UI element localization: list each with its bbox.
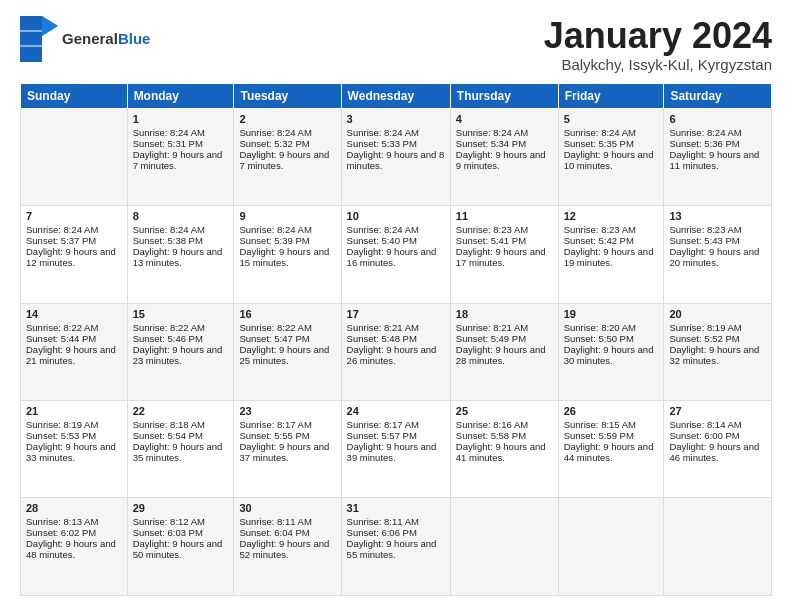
calendar-cell: 14Sunrise: 8:22 AMSunset: 5:44 PMDayligh… bbox=[21, 303, 128, 400]
calendar-cell: 5Sunrise: 8:24 AMSunset: 5:35 PMDaylight… bbox=[558, 108, 664, 205]
sunrise-text: Sunrise: 8:15 AM bbox=[564, 419, 659, 430]
day-number: 18 bbox=[456, 308, 553, 320]
day-number: 22 bbox=[133, 405, 229, 417]
sunrise-text: Sunrise: 8:24 AM bbox=[26, 224, 122, 235]
sunrise-text: Sunrise: 8:16 AM bbox=[456, 419, 553, 430]
day-number: 4 bbox=[456, 113, 553, 125]
calendar-cell: 23Sunrise: 8:17 AMSunset: 5:55 PMDayligh… bbox=[234, 401, 341, 498]
sunrise-text: Sunrise: 8:19 AM bbox=[26, 419, 122, 430]
sunset-text: Sunset: 5:57 PM bbox=[347, 430, 445, 441]
sunset-text: Sunset: 5:37 PM bbox=[26, 235, 122, 246]
sunrise-text: Sunrise: 8:21 AM bbox=[347, 322, 445, 333]
day-number: 9 bbox=[239, 210, 335, 222]
sunrise-text: Sunrise: 8:24 AM bbox=[564, 127, 659, 138]
day-header-tuesday: Tuesday bbox=[234, 83, 341, 108]
sunset-text: Sunset: 6:03 PM bbox=[133, 527, 229, 538]
calendar-cell: 26Sunrise: 8:15 AMSunset: 5:59 PMDayligh… bbox=[558, 401, 664, 498]
sunrise-text: Sunrise: 8:24 AM bbox=[239, 224, 335, 235]
sunset-text: Sunset: 5:31 PM bbox=[133, 138, 229, 149]
sunset-text: Sunset: 5:32 PM bbox=[239, 138, 335, 149]
sunset-text: Sunset: 5:46 PM bbox=[133, 333, 229, 344]
day-number: 5 bbox=[564, 113, 659, 125]
daylight-text: Daylight: 9 hours and 15 minutes. bbox=[239, 246, 335, 268]
sunrise-text: Sunrise: 8:24 AM bbox=[347, 224, 445, 235]
day-number: 10 bbox=[347, 210, 445, 222]
day-number: 20 bbox=[669, 308, 766, 320]
calendar-cell bbox=[558, 498, 664, 596]
calendar-cell: 12Sunrise: 8:23 AMSunset: 5:42 PMDayligh… bbox=[558, 206, 664, 303]
day-header-saturday: Saturday bbox=[664, 83, 772, 108]
logo-text-block: GeneralBlue bbox=[62, 30, 150, 48]
sunrise-text: Sunrise: 8:17 AM bbox=[239, 419, 335, 430]
sunset-text: Sunset: 5:36 PM bbox=[669, 138, 766, 149]
sunset-text: Sunset: 6:04 PM bbox=[239, 527, 335, 538]
logo-blue: Blue bbox=[118, 30, 151, 47]
logo-icon bbox=[20, 16, 58, 62]
calendar-cell: 27Sunrise: 8:14 AMSunset: 6:00 PMDayligh… bbox=[664, 401, 772, 498]
sunset-text: Sunset: 5:42 PM bbox=[564, 235, 659, 246]
sunset-text: Sunset: 5:54 PM bbox=[133, 430, 229, 441]
calendar-cell: 15Sunrise: 8:22 AMSunset: 5:46 PMDayligh… bbox=[127, 303, 234, 400]
sunrise-text: Sunrise: 8:24 AM bbox=[347, 127, 445, 138]
sunrise-text: Sunrise: 8:24 AM bbox=[456, 127, 553, 138]
sunset-text: Sunset: 5:35 PM bbox=[564, 138, 659, 149]
daylight-text: Daylight: 9 hours and 9 minutes. bbox=[456, 149, 553, 171]
sunset-text: Sunset: 5:50 PM bbox=[564, 333, 659, 344]
sunset-text: Sunset: 6:02 PM bbox=[26, 527, 122, 538]
day-number: 15 bbox=[133, 308, 229, 320]
calendar-cell: 21Sunrise: 8:19 AMSunset: 5:53 PMDayligh… bbox=[21, 401, 128, 498]
calendar-cell: 30Sunrise: 8:11 AMSunset: 6:04 PMDayligh… bbox=[234, 498, 341, 596]
daylight-text: Daylight: 9 hours and 10 minutes. bbox=[564, 149, 659, 171]
sunrise-text: Sunrise: 8:19 AM bbox=[669, 322, 766, 333]
svg-rect-0 bbox=[20, 16, 42, 62]
daylight-text: Daylight: 9 hours and 41 minutes. bbox=[456, 441, 553, 463]
sunset-text: Sunset: 5:49 PM bbox=[456, 333, 553, 344]
calendar-cell: 13Sunrise: 8:23 AMSunset: 5:43 PMDayligh… bbox=[664, 206, 772, 303]
calendar-cell: 18Sunrise: 8:21 AMSunset: 5:49 PMDayligh… bbox=[450, 303, 558, 400]
calendar-cell: 7Sunrise: 8:24 AMSunset: 5:37 PMDaylight… bbox=[21, 206, 128, 303]
sunset-text: Sunset: 5:47 PM bbox=[239, 333, 335, 344]
sunset-text: Sunset: 5:59 PM bbox=[564, 430, 659, 441]
day-number: 30 bbox=[239, 502, 335, 514]
day-number: 23 bbox=[239, 405, 335, 417]
sunrise-text: Sunrise: 8:22 AM bbox=[239, 322, 335, 333]
day-number: 1 bbox=[133, 113, 229, 125]
sunrise-text: Sunrise: 8:23 AM bbox=[564, 224, 659, 235]
day-number: 8 bbox=[133, 210, 229, 222]
day-header-monday: Monday bbox=[127, 83, 234, 108]
daylight-text: Daylight: 9 hours and 11 minutes. bbox=[669, 149, 766, 171]
calendar-cell: 3Sunrise: 8:24 AMSunset: 5:33 PMDaylight… bbox=[341, 108, 450, 205]
logo-general: General bbox=[62, 30, 118, 47]
daylight-text: Daylight: 9 hours and 13 minutes. bbox=[133, 246, 229, 268]
daylight-text: Daylight: 9 hours and 33 minutes. bbox=[26, 441, 122, 463]
daylight-text: Daylight: 9 hours and 32 minutes. bbox=[669, 344, 766, 366]
daylight-text: Daylight: 9 hours and 12 minutes. bbox=[26, 246, 122, 268]
day-number: 2 bbox=[239, 113, 335, 125]
calendar-header-row: SundayMondayTuesdayWednesdayThursdayFrid… bbox=[21, 83, 772, 108]
daylight-text: Daylight: 9 hours and 44 minutes. bbox=[564, 441, 659, 463]
calendar-cell: 29Sunrise: 8:12 AMSunset: 6:03 PMDayligh… bbox=[127, 498, 234, 596]
day-number: 28 bbox=[26, 502, 122, 514]
daylight-text: Daylight: 9 hours and 52 minutes. bbox=[239, 538, 335, 560]
day-number: 13 bbox=[669, 210, 766, 222]
day-number: 26 bbox=[564, 405, 659, 417]
day-number: 16 bbox=[239, 308, 335, 320]
calendar-cell: 6Sunrise: 8:24 AMSunset: 5:36 PMDaylight… bbox=[664, 108, 772, 205]
calendar-cell: 31Sunrise: 8:11 AMSunset: 6:06 PMDayligh… bbox=[341, 498, 450, 596]
sunrise-text: Sunrise: 8:11 AM bbox=[239, 516, 335, 527]
sunset-text: Sunset: 5:33 PM bbox=[347, 138, 445, 149]
logo: GeneralBlue bbox=[20, 16, 150, 62]
daylight-text: Daylight: 9 hours and 37 minutes. bbox=[239, 441, 335, 463]
calendar-cell: 24Sunrise: 8:17 AMSunset: 5:57 PMDayligh… bbox=[341, 401, 450, 498]
page: GeneralBlue January 2024 Balykchy, Issyk… bbox=[0, 0, 792, 612]
daylight-text: Daylight: 9 hours and 19 minutes. bbox=[564, 246, 659, 268]
calendar-week-1: 1Sunrise: 8:24 AMSunset: 5:31 PMDaylight… bbox=[21, 108, 772, 205]
daylight-text: Daylight: 9 hours and 39 minutes. bbox=[347, 441, 445, 463]
calendar-cell: 25Sunrise: 8:16 AMSunset: 5:58 PMDayligh… bbox=[450, 401, 558, 498]
sunset-text: Sunset: 5:58 PM bbox=[456, 430, 553, 441]
sunrise-text: Sunrise: 8:17 AM bbox=[347, 419, 445, 430]
sunrise-text: Sunrise: 8:13 AM bbox=[26, 516, 122, 527]
calendar-cell bbox=[450, 498, 558, 596]
daylight-text: Daylight: 9 hours and 20 minutes. bbox=[669, 246, 766, 268]
sunrise-text: Sunrise: 8:22 AM bbox=[133, 322, 229, 333]
